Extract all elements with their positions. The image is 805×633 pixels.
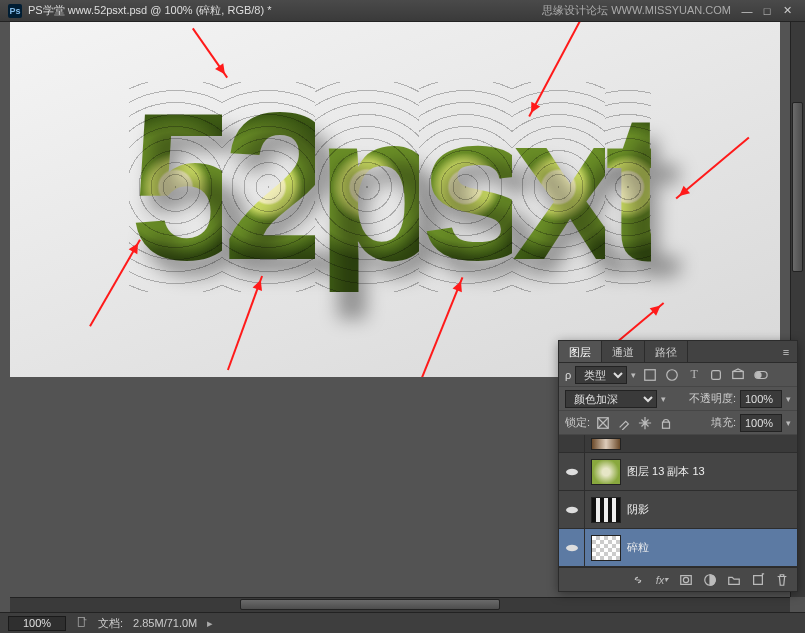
svg-rect-3 xyxy=(733,371,744,378)
status-doc-icon xyxy=(76,616,88,630)
chevron-down-icon: ▾ xyxy=(661,394,666,404)
svg-point-8 xyxy=(570,470,574,474)
eye-icon xyxy=(565,503,579,517)
doc-size-value: 2.85M/71.0M xyxy=(133,617,197,629)
visibility-toggle[interactable] xyxy=(559,453,585,490)
group-icon[interactable] xyxy=(723,571,745,589)
layer-item-selected[interactable]: 碎粒 xyxy=(559,529,797,567)
filter-kind-select[interactable]: 类型 xyxy=(575,366,627,384)
eye-icon xyxy=(565,465,579,479)
layer-thumbnail[interactable] xyxy=(591,438,621,450)
layer-thumbnail[interactable] xyxy=(591,535,621,561)
layer-thumbnail[interactable] xyxy=(591,459,621,485)
lock-position-icon[interactable] xyxy=(636,414,654,432)
blend-opacity-row: 颜色加深 ▾ 不透明度: ▾ xyxy=(559,387,797,411)
lock-transparent-icon[interactable] xyxy=(594,414,612,432)
tab-paths[interactable]: 路径 xyxy=(645,341,688,362)
opacity-label: 不透明度: xyxy=(689,391,736,406)
filter-shape-icon[interactable] xyxy=(706,366,726,384)
eye-icon xyxy=(565,541,579,555)
filter-toggle-switch[interactable] xyxy=(752,366,770,384)
layer-mask-icon[interactable] xyxy=(675,571,697,589)
window-minimize-button[interactable]: — xyxy=(737,4,757,18)
svg-rect-0 xyxy=(645,369,656,380)
kiwi-text-art: 52psxt xyxy=(30,32,750,342)
layers-panel-footer: fx▾ xyxy=(559,567,797,591)
document-title: PS学堂 www.52psxt.psd @ 100% (碎粒, RGB/8) * xyxy=(28,3,542,18)
lock-all-icon[interactable] xyxy=(657,414,675,432)
lock-pixels-icon[interactable] xyxy=(615,414,633,432)
layer-item[interactable]: 图层 13 副本 13 xyxy=(559,453,797,491)
horizontal-scrollbar[interactable] xyxy=(10,597,790,612)
blend-mode-select[interactable]: 颜色加深 xyxy=(565,390,657,408)
document-canvas[interactable]: 52psxt xyxy=(10,22,780,377)
layer-name[interactable]: 阴影 xyxy=(627,502,649,517)
visibility-toggle[interactable] xyxy=(559,529,585,566)
svg-point-12 xyxy=(683,577,688,582)
fill-label: 填充: xyxy=(711,415,736,430)
filter-type-icons: T xyxy=(640,366,748,384)
tab-channels[interactable]: 通道 xyxy=(602,341,645,362)
svg-point-9 xyxy=(570,508,574,512)
link-layers-icon[interactable] xyxy=(627,571,649,589)
search-icon: ρ xyxy=(565,369,571,381)
fill-input[interactable] xyxy=(740,414,782,432)
filter-smart-icon[interactable] xyxy=(728,366,748,384)
delete-layer-icon[interactable] xyxy=(771,571,793,589)
layer-list[interactable]: 图层 13 副本 13 阴影 碎粒 xyxy=(559,435,797,567)
fx-icon[interactable]: fx▾ xyxy=(651,571,673,589)
visibility-toggle[interactable] xyxy=(559,491,585,528)
status-bar: 100% 文档: 2.85M/71.0M ▸ xyxy=(0,612,805,633)
zoom-field[interactable]: 100% xyxy=(8,616,66,631)
svg-point-1 xyxy=(667,369,678,380)
layers-panel: 图层 通道 路径 ≡ ρ 类型 ▾ T 颜色加深 ▾ 不透明度: ▾ 锁定: xyxy=(558,340,798,592)
svg-point-5 xyxy=(756,372,761,377)
opacity-input[interactable] xyxy=(740,390,782,408)
svg-rect-14 xyxy=(754,575,763,584)
lock-label: 锁定: xyxy=(565,415,590,430)
svg-rect-15 xyxy=(78,618,84,627)
app-icon: Ps xyxy=(8,4,22,18)
layer-list-partial-row[interactable] xyxy=(559,435,797,453)
window-title-bar: Ps PS学堂 www.52psxt.psd @ 100% (碎粒, RGB/8… xyxy=(0,0,805,22)
filter-type-icon[interactable]: T xyxy=(684,366,704,384)
layer-filter-row: ρ 类型 ▾ T xyxy=(559,363,797,387)
filter-adjust-icon[interactable] xyxy=(662,366,682,384)
layer-name[interactable]: 碎粒 xyxy=(627,540,649,555)
filter-pixel-icon[interactable] xyxy=(640,366,660,384)
svg-rect-2 xyxy=(712,370,721,379)
chevron-down-icon[interactable]: ▾ xyxy=(786,418,791,428)
chevron-down-icon: ▾ xyxy=(631,370,636,380)
new-layer-icon[interactable] xyxy=(747,571,769,589)
window-maximize-button[interactable]: □ xyxy=(757,4,777,18)
status-chevron-icon[interactable]: ▸ xyxy=(207,617,213,630)
vertical-scrollbar-thumb[interactable] xyxy=(792,102,803,272)
watermark-text: 思缘设计论坛 WWW.MISSYUAN.COM xyxy=(542,3,731,18)
visibility-toggle[interactable] xyxy=(559,435,585,453)
layer-name[interactable]: 图层 13 副本 13 xyxy=(627,464,705,479)
panel-menu-button[interactable]: ≡ xyxy=(775,341,797,362)
layer-thumbnail[interactable] xyxy=(591,497,621,523)
layer-item[interactable]: 阴影 xyxy=(559,491,797,529)
window-close-button[interactable]: ✕ xyxy=(777,4,797,18)
svg-rect-7 xyxy=(663,422,670,428)
doc-size-label: 文档: xyxy=(98,616,123,631)
lock-fill-row: 锁定: 填充: ▾ xyxy=(559,411,797,435)
adjustment-layer-icon[interactable] xyxy=(699,571,721,589)
panel-tabs: 图层 通道 路径 ≡ xyxy=(559,341,797,363)
horizontal-scrollbar-thumb[interactable] xyxy=(240,599,500,610)
svg-point-10 xyxy=(570,546,574,550)
tab-layers[interactable]: 图层 xyxy=(559,341,602,362)
chevron-down-icon[interactable]: ▾ xyxy=(786,394,791,404)
